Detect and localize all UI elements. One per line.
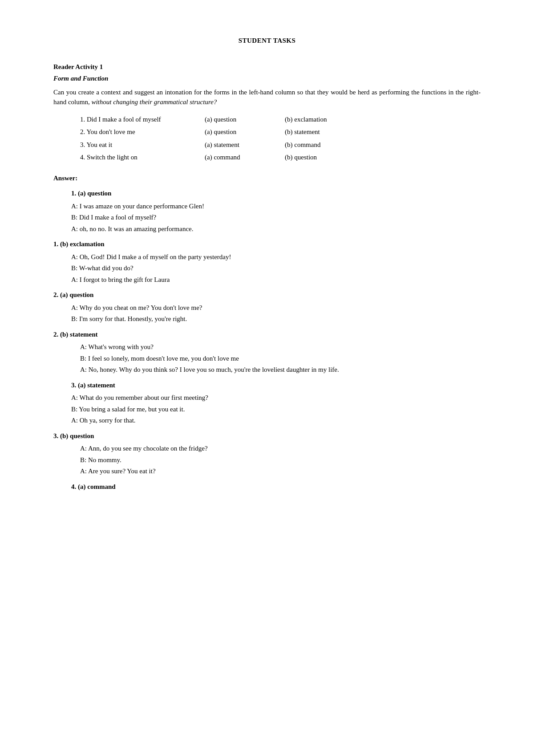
section-3a-line-3: A: Oh ya, sorry for that. <box>71 415 481 426</box>
section-2b-heading: 2. (b) statement <box>53 329 481 340</box>
row-1-col-b: (b) exclamation <box>285 114 374 125</box>
section-1a-line-3: A: oh, no no. It was an amazing performa… <box>71 224 481 234</box>
answer-label: Answer: <box>53 173 481 183</box>
section-3b-line-3: A: Are you sure? You eat it? <box>80 466 481 476</box>
activity-table: 1. Did I make a fool of myself (a) quest… <box>80 114 481 163</box>
section-3b-line-2: B: No mommy. <box>80 455 481 465</box>
section-3a-heading: 3. (a) statement <box>71 380 481 390</box>
section-1a-line-2: B: Did I make a fool of myself? <box>71 212 481 223</box>
row-4-col-a: (a) command <box>205 152 285 163</box>
row-1-item: 1. Did I make a fool of myself <box>80 114 205 125</box>
section-1a-line-1: A: I was amaze on your dance performance… <box>71 201 481 211</box>
answer-section: Answer: 1. (a) question A: I was amaze o… <box>53 173 481 492</box>
row-4-item: 4. Switch the light on <box>80 152 205 163</box>
section-1b-line-1: A: Oh, God! Did I make a of myself on th… <box>71 252 481 262</box>
section-1b-line-2: B: W-what did you do? <box>71 263 481 273</box>
section-1b-heading: 1. (b) exclamation <box>53 239 481 249</box>
section-3a-line-2: B: You bring a salad for me, but you eat… <box>71 404 481 415</box>
section-2a-line-2: B: I'm sorry for that. Honestly, you're … <box>71 314 481 324</box>
page-title: STUDENT TASKS <box>53 36 481 46</box>
section-3b-heading: 3. (b) question <box>53 431 481 441</box>
table-row: 2. You don't love me (a) question (b) st… <box>80 127 481 137</box>
section-3b-line-1: A: Ann, do you see my chocolate on the f… <box>80 443 481 454</box>
section-1b-line-3: A: I forgot to bring the gift for Laura <box>71 275 481 285</box>
row-2-col-b: (b) statement <box>285 127 374 137</box>
row-3-col-b: (b) command <box>285 140 374 150</box>
section-2b-line-1: A: What's wrong with you? <box>80 342 481 352</box>
row-3-col-a: (a) statement <box>205 140 285 150</box>
section-2b-line-2: B: I feel so lonely, mom doesn't love me… <box>80 354 481 364</box>
row-1-col-a: (a) question <box>205 114 285 125</box>
row-2-item: 2. You don't love me <box>80 127 205 137</box>
row-2-col-a: (a) question <box>205 127 285 137</box>
intro-paragraph: Can you create a context and suggest an … <box>53 87 481 107</box>
table-row: 3. You eat it (a) statement (b) command <box>80 140 481 150</box>
table-row: 1. Did I make a fool of myself (a) quest… <box>80 114 481 125</box>
section-3a-line-1: A: What do you remember about our first … <box>71 393 481 403</box>
section-2b-line-3: A: No, honey. Why do you think so? I lov… <box>80 365 481 375</box>
section-4a-heading: 4. (a) command <box>71 482 481 492</box>
section-2a-line-1: A: Why do you cheat on me? You don't lov… <box>71 303 481 313</box>
section-1a-heading: 1. (a) question <box>71 188 481 199</box>
section-2a-heading: 2. (a) question <box>53 290 481 300</box>
table-row: 4. Switch the light on (a) command (b) q… <box>80 152 481 163</box>
reader-activity-heading: Reader Activity 1 <box>53 62 481 72</box>
row-4-col-b: (b) question <box>285 152 374 163</box>
form-function-subtitle: Form and Function <box>53 73 481 84</box>
row-3-item: 3. You eat it <box>80 140 205 150</box>
